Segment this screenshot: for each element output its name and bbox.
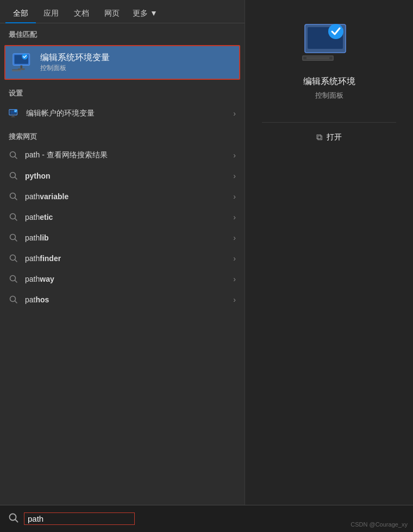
chevron-right-icon-0: › <box>233 151 236 160</box>
search-item-left-1: python <box>9 171 51 181</box>
svg-line-23 <box>15 260 17 262</box>
tab-web[interactable]: 网页 <box>97 4 127 23</box>
search-input[interactable] <box>24 512 135 525</box>
svg-line-21 <box>15 239 17 242</box>
search-item-text-3: pathetic <box>25 213 53 221</box>
tab-all[interactable]: 全部 <box>5 4 36 23</box>
svg-line-15 <box>15 178 17 180</box>
search-loop-icon-2 <box>9 192 18 201</box>
search-item-left-2: pathvariable <box>9 192 68 201</box>
search-loop-icon-1 <box>9 171 18 181</box>
search-web-item-pathvariable[interactable]: pathvariable › <box>0 186 245 207</box>
chevron-right-icon-4: › <box>233 233 236 242</box>
svg-line-17 <box>15 198 17 200</box>
open-button[interactable]: ⧉ 打开 <box>308 128 351 147</box>
best-match-subtitle: 控制面板 <box>40 64 110 73</box>
watermark: CSDN @Courage_xy <box>351 521 408 528</box>
svg-rect-10 <box>12 115 14 117</box>
search-item-text-4: pathlib <box>25 233 49 242</box>
search-loop-icon-4 <box>9 233 18 243</box>
search-item-left-6: pathway <box>9 274 54 284</box>
search-item-text-2: pathvariable <box>25 192 68 201</box>
search-item-left-3: pathetic <box>9 212 53 222</box>
search-results-list: 最佳匹配 <box>0 23 245 510</box>
search-item-text-6: pathway <box>25 275 54 283</box>
search-loop-icon-6 <box>9 274 18 284</box>
monitor-icon <box>12 52 34 73</box>
open-icon: ⧉ <box>316 132 322 142</box>
search-web-item-pathfinder[interactable]: pathfinder › <box>0 248 245 269</box>
svg-point-34 <box>328 24 343 39</box>
small-monitor-icon <box>9 109 20 118</box>
search-item-text-7: pathos <box>25 295 49 304</box>
search-web-item-pathos[interactable]: pathos › <box>0 289 245 310</box>
chevron-right-icon-6: › <box>233 275 236 283</box>
chevron-right-icon-7: › <box>233 295 236 304</box>
search-item-text-5: pathfinder <box>25 254 61 263</box>
svg-rect-3 <box>20 65 22 68</box>
search-item-left-4: pathlib <box>9 233 49 243</box>
svg-rect-6 <box>12 69 20 70</box>
settings-label: 设置 <box>0 82 245 102</box>
search-loop-icon-7 <box>9 295 18 305</box>
best-match-title: 编辑系统环境变量 <box>40 52 110 64</box>
right-panel-subtitle: 控制面板 <box>315 91 343 100</box>
right-panel-divider <box>262 122 396 123</box>
best-match-text: 编辑系统环境变量 控制面板 <box>40 52 110 73</box>
best-match-icon <box>12 52 34 73</box>
search-item-left-5: pathfinder <box>9 254 61 263</box>
right-panel: 编辑系统环境 控制面板 ⧉ 打开 <box>245 0 413 510</box>
svg-line-13 <box>15 157 17 159</box>
svg-rect-11 <box>11 116 15 117</box>
chevron-right-icon: › <box>233 109 236 118</box>
tab-apps[interactable]: 应用 <box>36 4 66 23</box>
chevron-right-icon-3: › <box>233 213 236 221</box>
chevron-right-icon-2: › <box>233 192 236 201</box>
taskbar-search-bar <box>0 505 413 532</box>
svg-line-27 <box>15 301 17 303</box>
search-web-label: 搜索网页 <box>0 125 245 145</box>
search-web-item-pathway[interactable]: pathway › <box>0 269 245 289</box>
svg-rect-31 <box>303 56 333 60</box>
search-item-left-0: path - 查看网络搜索结果 <box>9 150 108 160</box>
search-web-item-path[interactable]: path - 查看网络搜索结果 › <box>0 145 245 166</box>
tabs-bar: 全部 应用 文档 网页 更多 ▼ <box>0 0 245 23</box>
right-monitor-icon <box>302 22 356 65</box>
search-loop-icon-5 <box>9 254 18 263</box>
svg-line-36 <box>15 520 18 522</box>
search-web-item-pathlib[interactable]: pathlib › <box>0 227 245 248</box>
search-loop-icon-3 <box>9 212 18 222</box>
taskbar-search-icon <box>9 513 18 525</box>
svg-rect-5 <box>12 71 21 72</box>
right-icon-container <box>302 22 356 65</box>
search-web-item-python[interactable]: python › <box>0 166 245 186</box>
chevron-right-icon-5: › <box>233 254 236 263</box>
settings-monitor-icon <box>9 108 20 119</box>
left-panel: 全部 应用 文档 网页 更多 ▼ 最佳匹配 <box>0 0 245 510</box>
tab-docs[interactable]: 文档 <box>66 4 97 23</box>
svg-line-19 <box>15 219 17 221</box>
search-web-item-pathetic[interactable]: pathetic › <box>0 207 245 227</box>
settings-env-item[interactable]: 编辑帐户的环境变量 › <box>0 102 245 125</box>
tab-more[interactable]: 更多 ▼ <box>127 4 163 23</box>
right-panel-title: 编辑系统环境 <box>303 76 355 87</box>
main-container: 全部 应用 文档 网页 更多 ▼ 最佳匹配 <box>0 0 413 510</box>
search-item-text-0: path - 查看网络搜索结果 <box>25 150 108 160</box>
best-match-label: 最佳匹配 <box>0 23 245 43</box>
open-label: 打开 <box>327 132 342 142</box>
best-match-item[interactable]: 编辑系统环境变量 控制面板 <box>4 45 240 80</box>
search-loop-icon-0 <box>9 150 18 160</box>
chevron-right-icon-1: › <box>233 172 236 180</box>
search-item-text-1: python <box>25 172 51 180</box>
settings-item-left: 编辑帐户的环境变量 <box>9 108 95 119</box>
search-item-left-7: pathos <box>9 295 49 305</box>
svg-line-25 <box>15 281 17 283</box>
settings-item-text: 编辑帐户的环境变量 <box>26 109 95 118</box>
